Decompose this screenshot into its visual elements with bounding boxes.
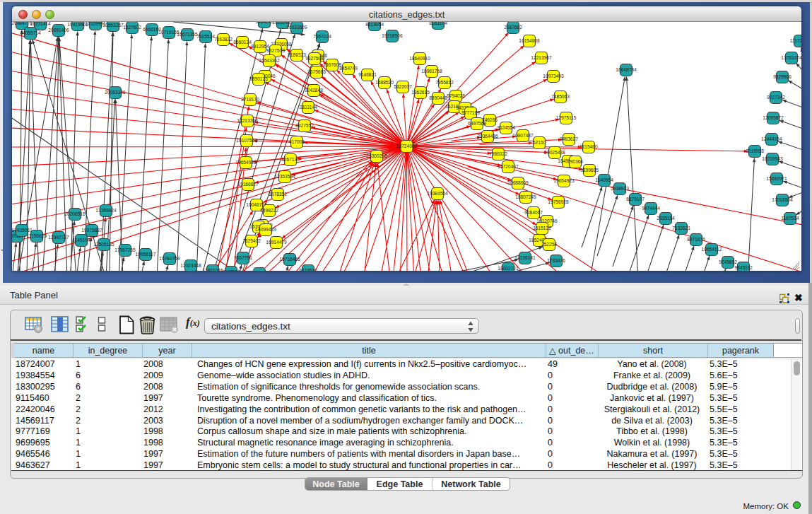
svg-text:10807487: 10807487 <box>512 133 534 138</box>
svg-text:10653267: 10653267 <box>102 23 124 28</box>
svg-text:17359924: 17359924 <box>95 208 117 213</box>
svg-text:9327508: 9327508 <box>305 56 324 61</box>
svg-text:19654923: 19654923 <box>553 178 575 183</box>
svg-text:17957255: 17957255 <box>114 247 136 252</box>
svg-text:8471676: 8471676 <box>687 237 705 242</box>
svg-text:13751074: 13751074 <box>781 55 801 60</box>
svg-text:18231414: 18231414 <box>30 22 51 26</box>
svg-text:18640910: 18640910 <box>409 56 430 61</box>
svg-text:15720407: 15720407 <box>498 164 519 169</box>
svg-text:10688609: 10688609 <box>507 180 529 185</box>
svg-text:2935114: 2935114 <box>657 216 675 221</box>
svg-text:15716485: 15716485 <box>279 257 300 262</box>
svg-text:8163104: 8163104 <box>429 22 447 25</box>
svg-text:8215958: 8215958 <box>746 148 764 153</box>
svg-text:10654112: 10654112 <box>702 247 722 252</box>
svg-text:6497568: 6497568 <box>468 121 486 126</box>
svg-text:9146821: 9146821 <box>358 72 377 77</box>
svg-text:9115460: 9115460 <box>579 144 598 149</box>
svg-text:12213363: 12213363 <box>237 118 258 123</box>
svg-text:9474444: 9474444 <box>642 206 660 211</box>
svg-text:14136141: 14136141 <box>514 255 536 260</box>
svg-text:18002721: 18002721 <box>498 266 519 270</box>
svg-text:7357224: 7357224 <box>313 34 331 39</box>
svg-text:7663822: 7663822 <box>214 37 233 42</box>
svg-text:252254: 252254 <box>541 242 557 247</box>
svg-text:12942737: 12942737 <box>48 235 69 240</box>
svg-text:14099489: 14099489 <box>255 227 276 232</box>
svg-text:2718170: 2718170 <box>241 97 259 102</box>
svg-text:2803144: 2803144 <box>299 105 317 110</box>
svg-text:9463627: 9463627 <box>560 136 578 141</box>
svg-text:10973493: 10973493 <box>543 74 564 78</box>
svg-text:6794028: 6794028 <box>447 93 465 98</box>
svg-text:19384554: 19384554 <box>427 191 448 196</box>
svg-text:16210643: 16210643 <box>762 156 783 161</box>
svg-text:8990448: 8990448 <box>429 95 447 100</box>
svg-text:3675685: 3675685 <box>307 69 326 74</box>
svg-text:1640954: 1640954 <box>595 177 613 182</box>
svg-text:9329966: 9329966 <box>773 74 792 79</box>
svg-text:19218506: 19218506 <box>382 33 403 38</box>
svg-text:9245652: 9245652 <box>719 259 737 264</box>
svg-text:5322037: 5322037 <box>394 84 412 89</box>
svg-text:10958117: 10958117 <box>136 252 156 257</box>
svg-text:25300205: 25300205 <box>366 153 387 158</box>
svg-text:8678352: 8678352 <box>269 192 287 197</box>
svg-text:19654925: 19654925 <box>235 160 257 165</box>
svg-text:2087682: 2087682 <box>504 25 522 30</box>
svg-text:9657791: 9657791 <box>234 255 252 260</box>
svg-text:9227342: 9227342 <box>767 95 785 100</box>
svg-text:12444154: 12444154 <box>761 136 782 141</box>
svg-text:7986322: 7986322 <box>489 151 507 156</box>
svg-text:9777169: 9777169 <box>461 110 480 115</box>
svg-text:12921046: 12921046 <box>202 268 223 270</box>
svg-text:16543362: 16543362 <box>259 58 280 63</box>
svg-text:19756928: 19756928 <box>548 199 569 204</box>
svg-text:1527602: 1527602 <box>123 25 141 30</box>
svg-text:9242848: 9242848 <box>305 88 323 93</box>
svg-text:6879197: 6879197 <box>626 197 645 201</box>
svg-text:9899695: 9899695 <box>580 168 599 173</box>
svg-text:9327503: 9327503 <box>266 48 285 53</box>
svg-text:19975887: 19975887 <box>81 228 102 233</box>
svg-text:15692971: 15692971 <box>766 176 787 181</box>
svg-text:7625402: 7625402 <box>242 238 261 243</box>
svg-text:16107553: 16107553 <box>236 138 257 143</box>
svg-text:8186323: 8186323 <box>288 52 306 57</box>
svg-text:9424510: 9424510 <box>299 268 317 270</box>
svg-text:12213967: 12213967 <box>531 55 552 60</box>
svg-text:19166827: 19166827 <box>237 182 259 187</box>
svg-text:1167534: 1167534 <box>781 216 799 221</box>
svg-text:16914479: 16914479 <box>266 240 287 245</box>
svg-text:5938923: 5938923 <box>611 186 629 191</box>
svg-text:8660124: 8660124 <box>233 40 252 45</box>
svg-text:17016504: 17016504 <box>772 197 793 202</box>
svg-text:1615132: 1615132 <box>533 226 551 230</box>
svg-text:12505135: 12505135 <box>93 242 114 247</box>
svg-text:417006: 417006 <box>289 139 305 144</box>
svg-text:9084067: 9084067 <box>524 210 543 215</box>
svg-text:9845112: 9845112 <box>734 265 753 270</box>
svg-text:16154808: 16154808 <box>519 38 540 43</box>
svg-text:62160: 62160 <box>533 140 546 145</box>
svg-text:1733426: 1733426 <box>547 258 565 263</box>
svg-text:11172782: 11172782 <box>790 38 801 43</box>
svg-text:20053346: 20053346 <box>105 90 126 95</box>
svg-text:8454749: 8454749 <box>339 66 358 71</box>
svg-text:7485063: 7485063 <box>551 94 570 99</box>
svg-text:7515524: 7515524 <box>196 34 215 39</box>
svg-text:16782759: 16782759 <box>159 256 180 261</box>
svg-text:12975115: 12975115 <box>556 115 577 120</box>
svg-text:8813054: 8813054 <box>365 22 384 27</box>
svg-text:16961758: 16961758 <box>421 69 442 74</box>
svg-text:18724007: 18724007 <box>396 144 418 148</box>
svg-text:1145194: 1145194 <box>72 238 90 243</box>
svg-text:18807249: 18807249 <box>515 194 536 199</box>
svg-text:1588520: 1588520 <box>375 80 394 85</box>
svg-text:16033809: 16033809 <box>286 25 307 30</box>
svg-text:3624554: 3624554 <box>497 125 515 130</box>
svg-text:20364436: 20364436 <box>477 134 498 139</box>
svg-text:8427552: 8427552 <box>295 123 314 128</box>
svg-text:5498222: 5498222 <box>260 208 278 213</box>
